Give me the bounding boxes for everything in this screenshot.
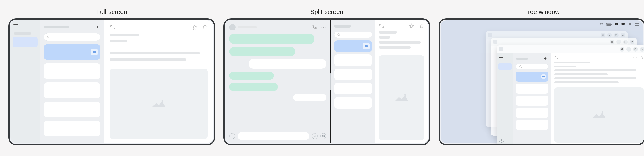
- svg-point-2: [162, 100, 163, 102]
- window-restore-icon[interactable]: ⧉: [620, 47, 624, 52]
- phone-icon[interactable]: [312, 24, 317, 30]
- sidebar-item-3[interactable]: [498, 80, 512, 86]
- list-item-selected[interactable]: [516, 72, 548, 81]
- floating-window-front[interactable]: ⧉ – □ ×: [496, 45, 644, 145]
- split-handle[interactable]: [330, 74, 331, 90]
- emoji-icon[interactable]: ☺: [312, 133, 318, 139]
- item-badge: [91, 49, 98, 55]
- detail-text-line: [554, 74, 608, 75]
- window-restore-icon[interactable]: ⧉: [600, 33, 605, 37]
- list-item[interactable]: [516, 96, 548, 106]
- sidebar-item-4[interactable]: [498, 88, 512, 95]
- list-title-placeholder: [334, 25, 351, 28]
- trash-icon[interactable]: [202, 24, 208, 30]
- list-item[interactable]: [334, 83, 372, 94]
- list-item[interactable]: [516, 108, 548, 118]
- svg-point-16: [602, 111, 604, 113]
- expand-icon[interactable]: [379, 23, 384, 29]
- detail-toolbar: [110, 24, 208, 30]
- search-input[interactable]: [334, 32, 372, 38]
- star-icon[interactable]: [192, 24, 198, 30]
- search-input[interactable]: [516, 64, 548, 70]
- add-circle-icon[interactable]: +: [499, 138, 504, 143]
- add-circle-icon[interactable]: +: [229, 133, 235, 139]
- window-minimize-icon[interactable]: –: [626, 47, 631, 52]
- sidebar-item-2[interactable]: [12, 50, 38, 60]
- sidebar-item-2[interactable]: [498, 72, 512, 78]
- window-close-icon[interactable]: ×: [630, 40, 634, 44]
- window-restore-icon[interactable]: ⧉: [610, 40, 614, 44]
- star-icon[interactable]: [409, 23, 414, 29]
- chat-text-input[interactable]: [238, 132, 310, 140]
- device-splitscreen: + ☺ ⊕ +: [224, 18, 430, 145]
- desktop[interactable]: 08:08 ⧉ – □ ×: [440, 20, 643, 143]
- trash-icon[interactable]: [640, 56, 644, 60]
- menu-icon[interactable]: [499, 56, 504, 60]
- detail-pane: [104, 20, 213, 143]
- window-close-icon[interactable]: ×: [620, 33, 625, 37]
- control-icon[interactable]: [635, 23, 638, 26]
- svg-line-1: [49, 37, 50, 38]
- chat-bubble-received[interactable]: [229, 83, 278, 91]
- list-item[interactable]: [44, 82, 100, 98]
- avatar[interactable]: [229, 24, 236, 30]
- detail-text-line: [110, 58, 186, 61]
- list-item-selected[interactable]: [44, 44, 100, 60]
- split-left-chat-app: + ☺ ⊕: [226, 20, 330, 143]
- detail-title-placeholder: [554, 62, 590, 64]
- window-titlebar[interactable]: ⧉ – □ ×: [496, 45, 644, 53]
- expand-icon[interactable]: [554, 56, 558, 60]
- sidebar-heading-placeholder: [14, 32, 31, 35]
- menu-icon[interactable]: [13, 24, 19, 28]
- star-icon[interactable]: [633, 56, 637, 60]
- list-item[interactable]: [334, 97, 372, 109]
- window-minimize-icon[interactable]: –: [616, 40, 621, 44]
- window-close-icon[interactable]: ×: [640, 47, 644, 52]
- chat-bubble-sent[interactable]: [293, 94, 326, 101]
- add-button[interactable]: +: [94, 24, 100, 30]
- window-maximize-icon[interactable]: □: [614, 33, 618, 37]
- window-maximize-icon[interactable]: □: [623, 40, 628, 44]
- sidebar-item-1[interactable]: [498, 63, 512, 70]
- chat-icon[interactable]: [628, 22, 632, 26]
- add-attachment-icon[interactable]: ⊕: [320, 133, 326, 139]
- window-maximize-icon[interactable]: □: [633, 47, 638, 52]
- svg-point-14: [519, 65, 521, 67]
- sidebar-item-3[interactable]: [12, 62, 38, 72]
- list-item[interactable]: [44, 101, 100, 117]
- panel-fullscreen: Full-screen +: [8, 8, 215, 145]
- window-minimize-icon[interactable]: –: [607, 33, 612, 37]
- window-titlebar[interactable]: ⧉ – □ ×: [491, 38, 637, 46]
- chat-bubble-received[interactable]: [229, 72, 274, 80]
- svg-point-4: [323, 27, 324, 28]
- trash-icon[interactable]: [419, 23, 424, 29]
- split-divider[interactable]: [330, 20, 331, 143]
- chat-bubble-sent[interactable]: [249, 59, 326, 69]
- more-icon[interactable]: [321, 24, 326, 30]
- sidebar-item-1[interactable]: [12, 37, 38, 47]
- list-item-selected[interactable]: [334, 40, 372, 52]
- status-time: 08:08: [615, 22, 625, 26]
- detail-text-line: [554, 81, 618, 83]
- list-item[interactable]: [44, 121, 100, 137]
- list-item[interactable]: [44, 63, 100, 79]
- svg-rect-12: [635, 23, 638, 24]
- list-item[interactable]: [516, 84, 548, 94]
- add-button[interactable]: +: [366, 23, 372, 29]
- list-item[interactable]: [516, 120, 548, 130]
- list-item[interactable]: [334, 69, 372, 80]
- panel-splitscreen: Split-screen: [224, 8, 430, 145]
- window-app-icon: [493, 40, 498, 44]
- svg-rect-11: [612, 24, 612, 25]
- search-icon: [337, 33, 340, 36]
- expand-icon[interactable]: [110, 24, 115, 30]
- search-input[interactable]: [44, 33, 100, 41]
- list-title-placeholder: [516, 58, 528, 60]
- sidebar-item-4[interactable]: [12, 75, 38, 84]
- chat-bubble-received[interactable]: [229, 47, 295, 56]
- window-app-icon: [488, 33, 492, 37]
- list-item[interactable]: [334, 55, 372, 66]
- add-button[interactable]: +: [542, 56, 548, 62]
- search-icon: [47, 35, 50, 39]
- chat-bubble-received[interactable]: [229, 34, 314, 44]
